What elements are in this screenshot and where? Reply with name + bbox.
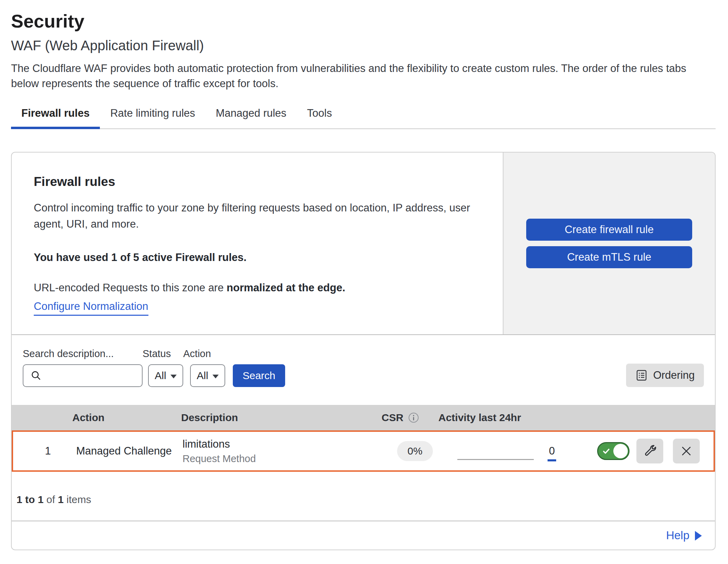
card-heading: Firewall rules <box>34 175 489 189</box>
pagination-summary: 1 to 1 of 1 items <box>12 472 715 521</box>
help-link[interactable]: Help <box>666 529 702 542</box>
pagination-range: 1 to 1 <box>17 494 43 505</box>
rule-priority: 1 <box>13 445 65 457</box>
ordering-list-icon <box>635 369 648 382</box>
rule-csr-cell: 0% <box>375 441 455 461</box>
csr-badge: 0% <box>397 441 433 461</box>
check-icon <box>602 447 611 457</box>
filter-bar: Search description... Status All Action <box>12 335 715 405</box>
search-group: Search description... <box>23 348 143 387</box>
security-waf-page: Security WAF (Web Application Firewall) … <box>0 0 728 550</box>
tab-firewall-rules[interactable]: Firewall rules <box>11 107 100 128</box>
firewall-rules-card: Firewall rules Control incoming traffic … <box>11 152 716 550</box>
close-icon <box>680 445 693 457</box>
column-header-description: Description <box>181 412 238 424</box>
action-value: All <box>197 370 208 382</box>
status-dropdown[interactable]: All <box>148 364 183 387</box>
ordering-button-label: Ordering <box>653 369 695 382</box>
chevron-down-icon <box>212 375 219 378</box>
tab-rate-limiting-rules[interactable]: Rate limiting rules <box>100 107 205 128</box>
column-header-csr: CSR <box>382 412 419 424</box>
rule-action: Managed Challenge <box>65 445 183 457</box>
delete-rule-button[interactable] <box>673 439 700 463</box>
normalization-text: URL-encoded Requests to this zone are <box>34 282 227 294</box>
create-mtls-rule-button[interactable]: Create mTLS rule <box>526 246 692 268</box>
rule-activity-cell: 0 <box>455 432 594 470</box>
search-button[interactable]: Search <box>233 364 285 387</box>
rule-description-cell: limitations Request Method <box>183 438 375 464</box>
normalization-bold-text: normalized at the edge. <box>227 282 345 294</box>
column-header-action: Action <box>72 412 104 424</box>
status-filter-group: Status All <box>143 348 183 387</box>
action-dropdown[interactable]: All <box>190 364 225 387</box>
search-box <box>23 364 143 387</box>
search-icon <box>30 370 42 382</box>
pagination-of: of <box>43 494 58 505</box>
tab-tools[interactable]: Tools <box>297 107 342 128</box>
edit-rule-button[interactable] <box>636 439 663 463</box>
activity-sparkline <box>457 459 534 460</box>
card-footer: Help <box>12 521 715 550</box>
help-arrow-icon <box>695 531 702 541</box>
page-description: The Cloudflare WAF provides both automat… <box>11 61 714 91</box>
table-row: 1 Managed Challenge limitations Request … <box>12 430 715 472</box>
firewall-rules-info: Firewall rules Control incoming traffic … <box>12 153 503 334</box>
card-description: Control incoming traffic to your zone by… <box>34 200 481 232</box>
chevron-down-icon <box>170 375 177 378</box>
wrench-icon <box>643 444 657 458</box>
card-top-section: Firewall rules Control incoming traffic … <box>12 153 715 335</box>
rule-enabled-toggle[interactable] <box>597 442 630 460</box>
action-filter-group: Action All <box>183 348 225 387</box>
action-label: Action <box>183 348 225 359</box>
csr-header-label: CSR <box>382 412 403 424</box>
search-input[interactable] <box>42 365 142 386</box>
pagination-total: 1 <box>58 494 64 505</box>
tab-managed-rules[interactable]: Managed rules <box>206 107 297 128</box>
search-label: Search description... <box>23 348 143 359</box>
page-subtitle: WAF (Web Application Firewall) <box>11 38 716 53</box>
actions-panel: Create firewall rule Create mTLS rule <box>503 153 715 334</box>
normalization-note: URL-encoded Requests to this zone are no… <box>34 282 489 294</box>
info-icon[interactable] <box>408 412 419 423</box>
pagination-items-label: items <box>64 494 91 505</box>
usage-summary: You have used 1 of 5 active Firewall rul… <box>34 251 489 264</box>
page-title: Security <box>11 10 716 32</box>
table-header: Action Description CSR Activity last 24h… <box>12 405 715 430</box>
toggle-knob <box>613 444 628 458</box>
create-firewall-rule-button[interactable]: Create firewall rule <box>526 219 692 241</box>
status-value: All <box>155 370 166 382</box>
configure-normalization-link[interactable]: Configure Normalization <box>34 300 148 316</box>
help-label: Help <box>666 529 689 542</box>
rule-controls <box>594 439 714 463</box>
ordering-button[interactable]: Ordering <box>626 364 704 387</box>
status-label: Status <box>143 348 183 359</box>
rule-description-sub: Request Method <box>183 453 375 464</box>
activity-count-link[interactable]: 0 <box>548 445 556 461</box>
rule-description: limitations <box>183 438 375 450</box>
waf-tabs: Firewall rules Rate limiting rules Manag… <box>11 107 716 129</box>
column-header-activity: Activity last 24hr <box>438 412 521 424</box>
